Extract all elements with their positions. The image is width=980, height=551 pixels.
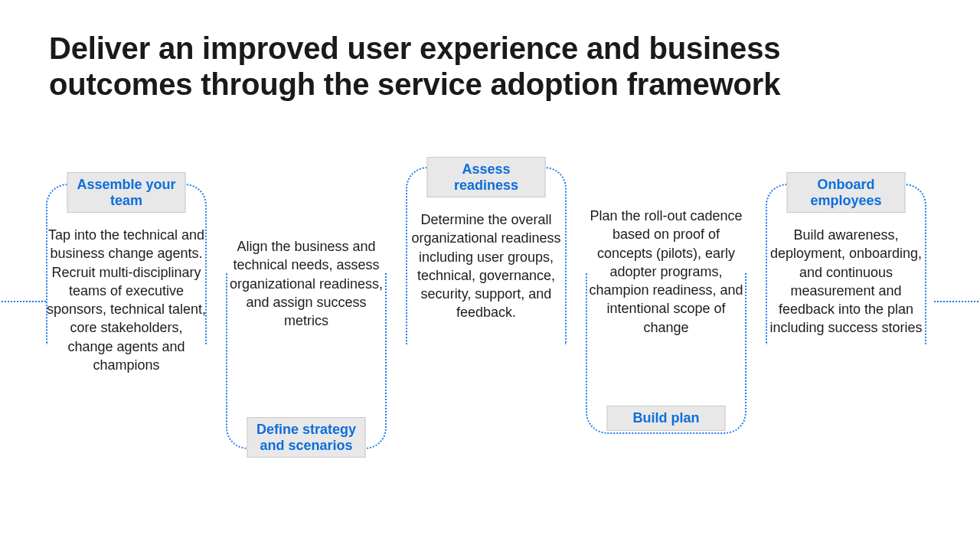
step-build-plan: Plan the roll-out cadence based on proof… <box>586 153 746 482</box>
step-body: Build awareness, deployment, onboarding,… <box>766 226 926 337</box>
step-label: Build plan <box>607 406 726 431</box>
step-body: Tap into the technical and business chan… <box>46 226 207 374</box>
step-label: Define strategy and scenarios <box>247 417 366 458</box>
step-onboard-employees: Onboard employees Build awareness, deplo… <box>766 153 926 482</box>
step-assemble-team: Assemble your team Tap into the technica… <box>46 153 207 482</box>
step-label: Assemble your team <box>67 172 186 213</box>
path-stub-left <box>0 301 46 302</box>
step-label: Assess readiness <box>427 157 546 197</box>
step-body: Determine the overall organizational rea… <box>406 210 567 322</box>
framework-track: Assemble your team Tap into the technica… <box>0 153 980 490</box>
step-body: Plan the roll-out cadence based on proof… <box>586 207 746 337</box>
step-label: Onboard employees <box>787 172 906 213</box>
step-body: Align the business and technical needs, … <box>226 237 387 330</box>
path-stub-right <box>934 301 980 302</box>
slide: Deliver an improved user experience and … <box>0 0 980 551</box>
step-define-strategy: Align the business and technical needs, … <box>226 153 387 482</box>
page-title: Deliver an improved user experience and … <box>49 31 891 103</box>
step-assess-readiness: Assess readiness Determine the overall o… <box>406 153 567 482</box>
